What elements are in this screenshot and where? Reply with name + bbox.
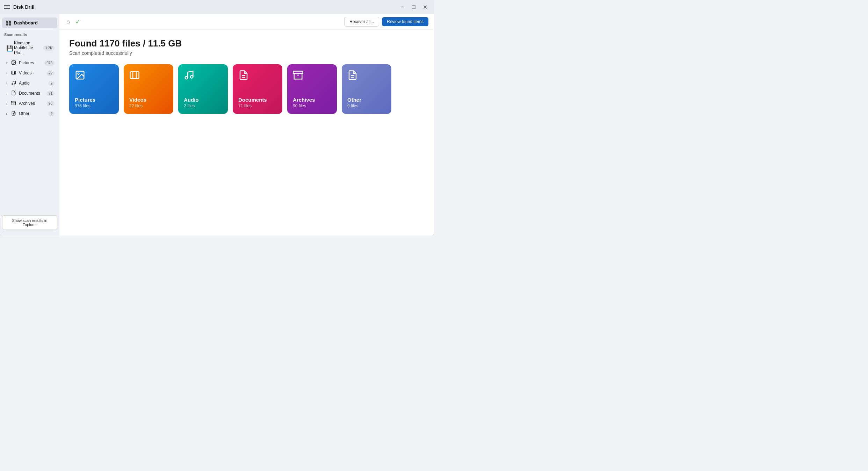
window-controls: − □ ✕ bbox=[398, 2, 430, 12]
check-button[interactable]: ✓ bbox=[74, 17, 81, 27]
card-subtitle-videos: 22 files bbox=[129, 103, 168, 108]
videos-card-icon bbox=[129, 70, 168, 80]
documents-card-icon bbox=[238, 70, 277, 80]
card-videos[interactable]: Videos 22 files bbox=[124, 64, 173, 114]
svg-point-12 bbox=[78, 73, 79, 74]
svg-rect-20 bbox=[293, 71, 303, 73]
sidebar-badge-pictures: 976 bbox=[44, 60, 55, 66]
card-subtitle-audio: 2 files bbox=[184, 103, 222, 108]
chevron-icon: › bbox=[4, 111, 9, 116]
recover-all-button[interactable]: Recover all... bbox=[344, 17, 379, 27]
device-badge: 1.2K bbox=[43, 45, 55, 51]
chevron-icon: › bbox=[4, 101, 9, 106]
audio-icon bbox=[11, 80, 17, 86]
device-name: Kingston MobileLite Plu... bbox=[14, 41, 43, 55]
card-pictures[interactable]: Pictures 976 files bbox=[69, 64, 119, 114]
app-window: Disk Drill − □ ✕ Dashboard Scan results … bbox=[0, 0, 434, 236]
category-cards-grid: Pictures 976 files Videos 22 files Audio… bbox=[69, 64, 424, 114]
card-subtitle-pictures: 976 files bbox=[75, 103, 113, 108]
content-area: ⌂ ✓ Recover all... Review found items Fo… bbox=[59, 14, 434, 236]
main-content: Found 1170 files / 11.5 GB Scan complete… bbox=[59, 30, 434, 236]
app-title: Disk Drill bbox=[13, 4, 398, 10]
chevron-icon: › bbox=[4, 91, 9, 96]
drive-icon: 💾 bbox=[6, 45, 12, 51]
sidebar-badge-videos: 22 bbox=[46, 71, 55, 76]
menu-icon[interactable] bbox=[4, 5, 10, 9]
scan-results-heading: Scan results bbox=[0, 29, 59, 38]
sidebar-categories: › Pictures 976 › Videos 22 › Audio 2 › D… bbox=[0, 58, 59, 119]
card-subtitle-archives: 90 files bbox=[293, 103, 331, 108]
sidebar-item-other[interactable]: › Other 9 bbox=[1, 109, 58, 118]
sidebar-item-dashboard[interactable]: Dashboard bbox=[2, 17, 57, 28]
card-title-videos: Videos bbox=[129, 97, 168, 103]
svg-point-17 bbox=[190, 75, 193, 78]
svg-rect-7 bbox=[12, 101, 16, 102]
card-title-other: Other bbox=[347, 97, 386, 103]
close-button[interactable]: ✕ bbox=[420, 2, 430, 12]
sidebar-item-documents[interactable]: › Documents 71 bbox=[1, 88, 58, 98]
archives-card-icon bbox=[293, 70, 331, 80]
found-title: Found 1170 files / 11.5 GB bbox=[69, 38, 424, 49]
dashboard-label: Dashboard bbox=[14, 20, 38, 26]
grid-icon bbox=[6, 21, 11, 26]
audio-card-icon bbox=[184, 70, 222, 80]
sidebar-item-label-audio: Audio bbox=[19, 81, 48, 86]
sidebar-item-device[interactable]: 💾 Kingston MobileLite Plu... 1.2K bbox=[1, 38, 58, 57]
minimize-button[interactable]: − bbox=[398, 2, 407, 12]
sidebar-badge-other: 9 bbox=[48, 111, 55, 116]
svg-point-16 bbox=[185, 77, 188, 79]
sidebar-item-videos[interactable]: › Videos 22 bbox=[1, 68, 58, 78]
sidebar-item-label-documents: Documents bbox=[19, 91, 46, 96]
chevron-icon: › bbox=[4, 81, 9, 86]
show-explorer-button[interactable]: Show scan results in Explorer bbox=[2, 215, 57, 230]
title-bar: Disk Drill − □ ✕ bbox=[0, 0, 434, 14]
card-title-documents: Documents bbox=[238, 97, 277, 103]
sidebar-item-archives[interactable]: › Archives 90 bbox=[1, 99, 58, 108]
pictures-card-icon bbox=[75, 70, 113, 80]
chevron-icon: › bbox=[4, 60, 9, 65]
card-subtitle-documents: 71 files bbox=[238, 103, 277, 108]
card-documents[interactable]: Documents 71 files bbox=[233, 64, 282, 114]
sidebar-footer: Show scan results in Explorer bbox=[0, 212, 59, 233]
card-other[interactable]: Other 9 files bbox=[342, 64, 391, 114]
sidebar-badge-archives: 90 bbox=[46, 101, 55, 106]
sidebar: Dashboard Scan results 💾 Kingston Mobile… bbox=[0, 14, 59, 236]
sidebar-item-audio[interactable]: › Audio 2 bbox=[1, 78, 58, 88]
other-card-icon bbox=[347, 70, 386, 80]
archives-icon bbox=[11, 101, 17, 106]
other-icon bbox=[11, 111, 17, 116]
documents-icon bbox=[11, 90, 17, 96]
sidebar-item-label-other: Other bbox=[19, 111, 48, 116]
card-title-audio: Audio bbox=[184, 97, 222, 103]
card-title-archives: Archives bbox=[293, 97, 331, 103]
chevron-icon: › bbox=[4, 71, 9, 75]
svg-rect-13 bbox=[130, 72, 139, 79]
svg-rect-2 bbox=[12, 71, 16, 74]
sidebar-item-pictures[interactable]: › Pictures 976 bbox=[1, 58, 58, 68]
pictures-icon bbox=[11, 60, 17, 66]
card-title-pictures: Pictures bbox=[75, 97, 113, 103]
svg-point-5 bbox=[12, 84, 13, 85]
scan-status: Scan completed successfully bbox=[69, 50, 424, 56]
svg-point-6 bbox=[14, 83, 16, 85]
card-archives[interactable]: Archives 90 files bbox=[287, 64, 337, 114]
sidebar-item-label-videos: Videos bbox=[19, 71, 46, 75]
videos-icon bbox=[11, 70, 17, 76]
sidebar-item-label-pictures: Pictures bbox=[19, 60, 44, 65]
sidebar-badge-audio: 2 bbox=[48, 81, 55, 86]
top-toolbar: ⌂ ✓ Recover all... Review found items bbox=[59, 14, 434, 30]
sidebar-badge-documents: 71 bbox=[46, 91, 55, 96]
maximize-button[interactable]: □ bbox=[409, 2, 419, 12]
home-button[interactable]: ⌂ bbox=[65, 17, 71, 26]
sidebar-item-label-archives: Archives bbox=[19, 101, 46, 106]
svg-point-1 bbox=[13, 61, 13, 62]
card-subtitle-other: 9 files bbox=[347, 103, 386, 108]
card-audio[interactable]: Audio 2 files bbox=[178, 64, 228, 114]
review-found-button[interactable]: Review found items bbox=[382, 17, 428, 26]
main-layout: Dashboard Scan results 💾 Kingston Mobile… bbox=[0, 14, 434, 236]
